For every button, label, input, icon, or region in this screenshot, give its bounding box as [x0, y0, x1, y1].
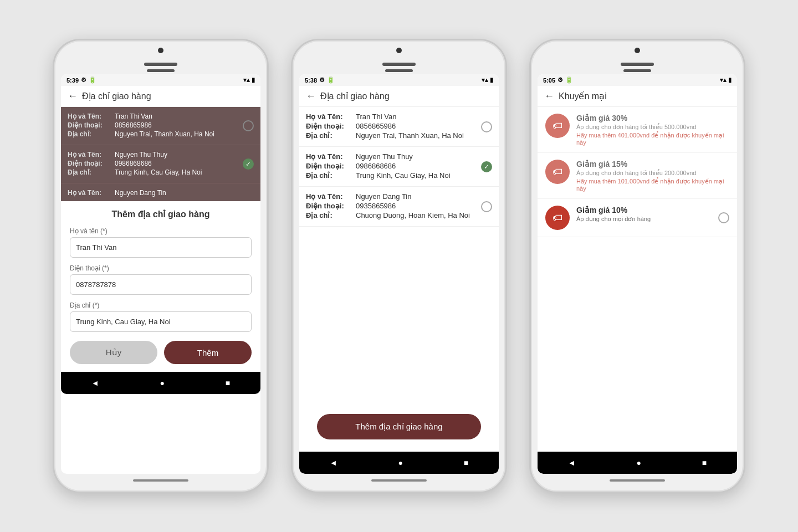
- screen-3: 5:05 ⚙ 🔋 ▾▴ ▮ ← Khuyến mại 🏷: [538, 74, 737, 474]
- name-label-2-2: Họ và Tên:: [306, 152, 356, 161]
- wifi-icon-1: ▾▴: [243, 76, 250, 84]
- addr-value-2-1: Nguyen Trai, Thanh Xuan, Ha Noi: [356, 131, 492, 140]
- promo-icon-1: 🏷: [545, 114, 570, 138]
- nav-bar-1: ← Địa chỉ giao hàng: [61, 86, 260, 107]
- android-nav-2: ◄ ● ■: [299, 452, 499, 474]
- promo-item-1[interactable]: 🏷 Giảm giá 30% Áp dụng cho đơn hàng tối …: [538, 107, 737, 153]
- phone-label-1-1: Điện thoại:: [68, 121, 115, 129]
- name-field-label: Họ và tên (*): [70, 227, 252, 235]
- form-group-phone: Điện thoại (*): [70, 264, 252, 295]
- promo-item-3[interactable]: 🏷 Giảm giá 10% Áp dụng cho mọi đơn hàng: [538, 199, 737, 237]
- addr-label-1-2: Địa chỉ:: [68, 168, 115, 176]
- back-button-1[interactable]: ←: [68, 90, 78, 102]
- name-label-1-1: Họ và Tên:: [68, 112, 115, 120]
- battery-icon-1: ▮: [252, 76, 255, 84]
- phone-bottom-2: [293, 476, 505, 486]
- radio-1-2[interactable]: ✓: [243, 158, 254, 170]
- add-button[interactable]: Thêm: [164, 341, 252, 364]
- back-button-3[interactable]: ←: [544, 90, 554, 102]
- nav-title-3: Khuyến mại: [559, 91, 607, 101]
- name-value-2-1: Tran Thi Van: [356, 112, 492, 121]
- phone-label-2-3: Điện thoại:: [306, 202, 356, 210]
- promo-title-1: Giảm giá 30%: [576, 114, 729, 122]
- phone-body-1: 5:39 ⚙ 🔋 ▾▴ ▮ ← Địa chỉ giao hàng: [53, 39, 269, 493]
- nav-back-icon-1[interactable]: ◄: [91, 378, 99, 387]
- status-right-2: ▾▴ ▮: [482, 76, 493, 84]
- promo-cta-1: Hãy mua thêm 401.000vnd để nhận được khu…: [576, 132, 729, 146]
- nav-home-icon-3[interactable]: ●: [636, 458, 641, 467]
- address-list-2: Họ và Tên: Tran Thi Van Điện thoại: 0856…: [299, 107, 499, 402]
- dark-address-section: Họ và Tên: Tran Thi Van Điện thoại: 0856…: [61, 107, 260, 201]
- phone-label-1-2: Điện thoại:: [68, 160, 115, 167]
- signal-icon-3: 🔋: [565, 76, 573, 84]
- promotions-list: 🏷 Giảm giá 30% Áp dụng cho đơn hàng tối …: [538, 107, 737, 452]
- phone-input[interactable]: [70, 274, 252, 295]
- phone-label-2-1: Điện thoại:: [306, 122, 356, 130]
- nav-title-2: Địa chỉ giao hàng: [320, 91, 390, 101]
- nav-back-icon-3[interactable]: ◄: [568, 458, 576, 467]
- phone-value-1-1: 0856865986: [115, 121, 254, 129]
- nav-home-icon-1[interactable]: ●: [160, 378, 164, 387]
- addr-label-2-3: Địa chỉ:: [306, 211, 356, 219]
- phone-field-label: Điện thoại (*): [70, 264, 252, 272]
- back-button-2[interactable]: ←: [306, 90, 316, 102]
- name-value-2-2: Nguyen Thu Thuy: [356, 152, 492, 161]
- promo-icon-img-1: 🏷: [553, 120, 562, 132]
- nav-bar-3: ← Khuyến mại: [538, 86, 737, 107]
- address-card-1-1[interactable]: Họ và Tên: Tran Thi Van Điện thoại: 0856…: [61, 107, 260, 145]
- wifi-icon-2: ▾▴: [482, 76, 488, 84]
- nav-back-icon-2[interactable]: ◄: [330, 458, 337, 467]
- bottom-btn-wrapper-2: Thêm địa chỉ giao hàng: [299, 402, 499, 452]
- addr-input[interactable]: [70, 311, 252, 332]
- battery-icon-3: ▮: [728, 76, 732, 84]
- home-button-top-1: [147, 69, 175, 72]
- addr-label-1-1: Địa chỉ:: [68, 130, 115, 138]
- name-label-2-1: Họ và Tên:: [306, 112, 356, 121]
- promo-icon-3: 🏷: [545, 206, 570, 230]
- add-address-button-2[interactable]: Thêm địa chỉ giao hàng: [317, 414, 481, 439]
- phone-top-3: [531, 46, 744, 53]
- nav-title-1: Địa chỉ giao hàng: [82, 91, 151, 101]
- phone-2: 5:38 ⚙ 🔋 ▾▴ ▮ ← Địa chỉ giao hàng: [291, 39, 507, 493]
- radio-1-1[interactable]: [243, 120, 254, 131]
- nav-recent-icon-1[interactable]: ■: [226, 378, 230, 387]
- promo-icon-img-3: 🏷: [553, 212, 562, 224]
- address-card-1-2[interactable]: Họ và Tên: Nguyen Thu Thuy Điện thoại: 0…: [61, 145, 260, 183]
- time-1: 5:39: [66, 77, 79, 84]
- wifi-icon-3: ▾▴: [720, 76, 727, 84]
- nav-bar-2: ← Địa chỉ giao hàng: [299, 86, 499, 107]
- nav-recent-icon-3[interactable]: ■: [702, 458, 707, 467]
- phone-body-2: 5:38 ⚙ 🔋 ▾▴ ▮ ← Địa chỉ giao hàng: [291, 39, 507, 493]
- addr-label-2-2: Địa chỉ:: [306, 171, 356, 180]
- status-bar-3: 5:05 ⚙ 🔋 ▾▴ ▮: [538, 74, 737, 86]
- address-card-2-1[interactable]: Họ và Tên: Tran Thi Van Điện thoại: 0856…: [299, 107, 499, 147]
- address-card-1-3[interactable]: Họ và Tên: Nguyen Dang Tin: [61, 183, 260, 201]
- speaker-3: [621, 63, 654, 66]
- promo-details-1: Giảm giá 30% Áp dụng cho đơn hàng tối th…: [576, 114, 729, 146]
- address-card-2-2[interactable]: Họ và Tên: Nguyen Thu Thuy Điện thoại: 0…: [299, 147, 499, 187]
- promo-radio-3[interactable]: [718, 212, 729, 223]
- signal-icon-1: 🔋: [89, 76, 96, 84]
- radio-2-1[interactable]: [481, 121, 492, 132]
- radio-2-3[interactable]: [481, 201, 492, 212]
- phone-value-2-1: 0856865986: [356, 122, 492, 130]
- camera-1: [158, 48, 163, 53]
- promo-title-3: Giảm giá 10%: [576, 206, 729, 214]
- name-value-2-3: Nguyen Dang Tin: [356, 192, 492, 201]
- radio-2-2[interactable]: ✓: [481, 161, 492, 172]
- promo-item-2[interactable]: 🏷 Giảm giá 15% Áp dụng cho đơn hàng tối …: [538, 153, 737, 199]
- promo-details-3: Giảm giá 10% Áp dụng cho mọi đơn hàng: [576, 206, 729, 223]
- addr-value-1-2: Trung Kinh, Cau Giay, Ha Noi: [115, 168, 254, 176]
- address-card-2-3[interactable]: Họ và Tên: Nguyen Dang Tin Điện thoại: 0…: [299, 187, 499, 227]
- check-icon-1-2: ✓: [243, 158, 254, 170]
- home-button-top-3: [623, 69, 651, 72]
- status-bar-1: 5:39 ⚙ 🔋 ▾▴ ▮: [61, 74, 260, 86]
- nav-home-icon-2[interactable]: ●: [398, 458, 402, 467]
- home-bar-1: [133, 479, 188, 482]
- name-input[interactable]: [70, 237, 252, 258]
- name-label-2-3: Họ và Tên:: [306, 192, 356, 201]
- cancel-button[interactable]: Hủy: [70, 341, 157, 364]
- name-label-1-2: Họ và Tên:: [68, 151, 115, 158]
- form-group-addr: Địa chỉ (*): [70, 301, 252, 332]
- nav-recent-icon-2[interactable]: ■: [464, 458, 468, 467]
